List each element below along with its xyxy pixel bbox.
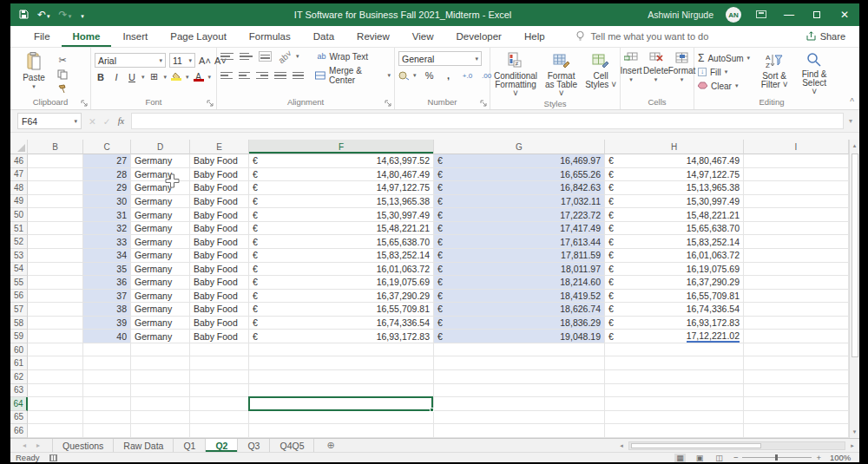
number-format-select[interactable]: General▾	[398, 51, 482, 66]
cell[interactable]: 34	[83, 249, 131, 263]
row-header-55[interactable]: 55	[10, 276, 28, 290]
row-header-47[interactable]: 47	[10, 168, 28, 182]
cell[interactable]	[83, 384, 131, 398]
align-left-icon[interactable]	[220, 70, 233, 81]
cell[interactable]	[28, 263, 83, 277]
font-name-select[interactable]: Arial▾	[95, 53, 166, 68]
cell[interactable]	[190, 343, 249, 357]
vertical-scroll-thumb[interactable]	[852, 154, 858, 357]
customize-qat-button[interactable]: ▾	[80, 10, 84, 20]
cell[interactable]: €15,30,997.49	[605, 195, 744, 209]
cell[interactable]	[190, 356, 249, 370]
cell[interactable]: €16,19,075.69	[249, 276, 434, 290]
font-color-icon[interactable]: A	[193, 73, 205, 82]
cell[interactable]	[744, 181, 849, 195]
sheet-tab-q4q5[interactable]: Q4Q5	[270, 439, 314, 452]
tab-home[interactable]: Home	[62, 26, 112, 47]
cell[interactable]	[744, 263, 849, 277]
cell[interactable]: €15,83,252.14	[249, 249, 434, 263]
cell[interactable]	[434, 343, 605, 357]
undo-button[interactable]: ↶▾	[37, 10, 50, 20]
cell[interactable]: Germany	[131, 154, 190, 168]
zoom-slider-thumb[interactable]	[775, 454, 778, 461]
row-header-60[interactable]: 60	[10, 343, 28, 357]
cell[interactable]: €16,74,336.54	[249, 317, 434, 330]
cell[interactable]	[744, 208, 849, 222]
macro-record-icon[interactable]	[49, 454, 57, 461]
cell[interactable]: Germany	[131, 222, 190, 236]
cell[interactable]: Germany	[131, 168, 190, 182]
cell[interactable]	[190, 384, 249, 398]
cell[interactable]: Baby Food	[190, 195, 249, 209]
insert-function-icon[interactable]: fx	[118, 116, 125, 126]
page-layout-view-icon[interactable]: ▣	[694, 454, 706, 462]
cell[interactable]	[744, 356, 849, 370]
new-sheet-button[interactable]: ⊕	[314, 439, 346, 452]
cell[interactable]: 27	[83, 154, 131, 168]
bold-button[interactable]: B	[95, 72, 107, 82]
tell-me-box[interactable]: Tell me what you want to do	[575, 30, 709, 43]
row-header-48[interactable]: 48	[10, 181, 28, 195]
cell[interactable]: Germany	[131, 303, 190, 317]
cell[interactable]	[28, 235, 83, 249]
grow-font-icon[interactable]: A˄	[199, 56, 211, 66]
cell[interactable]	[744, 317, 849, 330]
fill-color-icon[interactable]	[170, 73, 182, 81]
horizontal-scroll-thumb[interactable]	[631, 443, 761, 448]
zoom-in-icon[interactable]: +	[816, 453, 821, 462]
row-header-54[interactable]: 54	[10, 263, 28, 277]
cell[interactable]	[744, 235, 849, 249]
cell-styles-button[interactable]: Cell Styles ˅	[585, 51, 616, 89]
cell[interactable]	[131, 356, 190, 370]
increase-decimal-icon[interactable]: +.0	[462, 72, 474, 80]
sheet-tab-q1[interactable]: Q1	[174, 439, 206, 452]
row-header-52[interactable]: 52	[10, 235, 28, 249]
cell[interactable]: €14,80,467.49	[605, 154, 744, 168]
copy-icon[interactable]	[56, 69, 69, 81]
cell[interactable]	[190, 411, 249, 425]
cell[interactable]	[744, 168, 849, 182]
column-header-i[interactable]: I	[744, 140, 849, 154]
cell[interactable]	[744, 222, 849, 236]
cell[interactable]	[28, 222, 83, 236]
cell[interactable]: €14,63,997.52	[249, 154, 434, 168]
cell[interactable]: Germany	[131, 208, 190, 222]
italic-button[interactable]: I	[110, 72, 122, 82]
cell[interactable]: €18,836.29	[434, 317, 605, 330]
cell[interactable]	[28, 384, 83, 398]
cell[interactable]	[131, 370, 190, 384]
tab-view[interactable]: View	[401, 26, 445, 47]
cell[interactable]	[249, 356, 434, 370]
cell[interactable]	[434, 356, 605, 370]
font-dialog-launcher[interactable]	[207, 100, 214, 108]
tab-page-layout[interactable]: Page Layout	[159, 26, 238, 47]
cell[interactable]: €15,48,221.21	[249, 222, 434, 236]
redo-button[interactable]: ↷▾	[59, 10, 72, 20]
cell[interactable]: €15,30,997.49	[249, 208, 434, 222]
tab-formulas[interactable]: Formulas	[238, 26, 302, 47]
sheet-nav-right-icon[interactable]: ▸	[36, 441, 40, 449]
horizontal-scrollbar[interactable]: ◂ ▸	[615, 439, 859, 452]
cell[interactable]	[28, 168, 83, 182]
cell[interactable]: Germany	[131, 317, 190, 330]
cell[interactable]: €16,93,172.83	[249, 330, 434, 343]
cell[interactable]	[28, 181, 83, 195]
underline-dropdown[interactable]: ▾	[141, 74, 145, 81]
row-header-65[interactable]: 65	[10, 411, 28, 425]
merge-center-button[interactable]: Merge & Center▾	[315, 66, 391, 85]
cell[interactable]: Baby Food	[190, 317, 249, 330]
row-header-66[interactable]: 66	[10, 424, 28, 438]
cell[interactable]: Germany	[131, 330, 190, 343]
cell[interactable]: €14,80,467.49	[249, 168, 434, 182]
format-painter-icon[interactable]	[56, 83, 69, 95]
cell[interactable]: €15,65,638.70	[249, 235, 434, 249]
align-top-icon[interactable]	[220, 51, 233, 62]
cell[interactable]: €17,417.49	[434, 222, 605, 236]
cell[interactable]	[605, 356, 744, 370]
tab-review[interactable]: Review	[345, 26, 401, 47]
cell[interactable]	[249, 370, 434, 384]
cell[interactable]	[28, 330, 83, 343]
sheet-tab-raw-data[interactable]: Raw Data	[114, 439, 174, 452]
cell[interactable]	[131, 343, 190, 357]
ribbon-display-options-icon[interactable]	[753, 9, 769, 21]
